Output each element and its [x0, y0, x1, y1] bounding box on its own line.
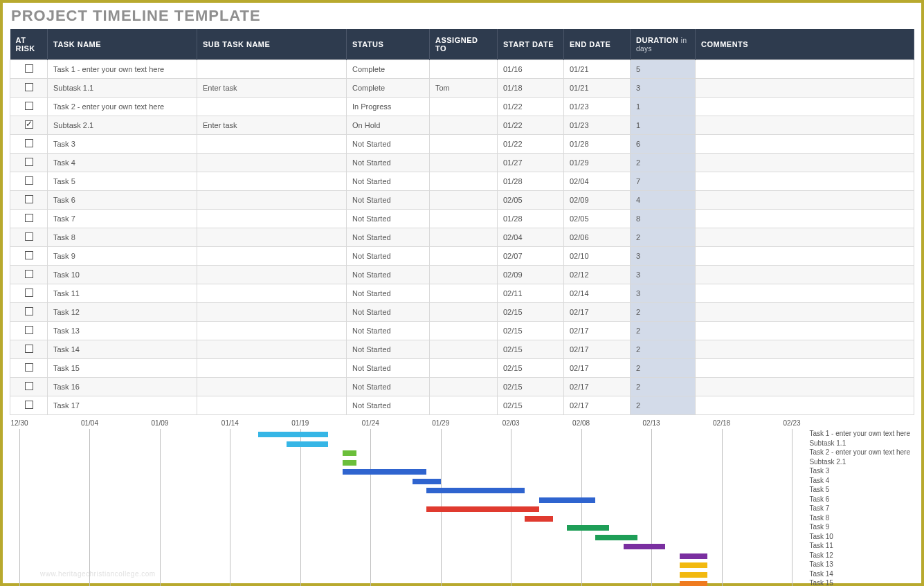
comments-cell[interactable]: [696, 135, 914, 154]
comments-cell[interactable]: [696, 210, 914, 228]
assigned-cell[interactable]: [430, 396, 498, 415]
subtask-cell[interactable]: [197, 135, 347, 154]
start-cell[interactable]: 02/07: [498, 247, 564, 266]
status-cell[interactable]: Not Started: [347, 378, 430, 396]
assigned-cell[interactable]: [430, 210, 498, 228]
risk-checkbox[interactable]: [25, 64, 33, 73]
assigned-cell[interactable]: [430, 116, 498, 135]
end-cell[interactable]: 01/28: [564, 135, 631, 154]
start-cell[interactable]: 02/09: [498, 266, 564, 284]
task-name-cell[interactable]: Task 7: [48, 210, 197, 228]
subtask-cell[interactable]: [197, 396, 347, 415]
risk-checkbox[interactable]: [25, 270, 33, 278]
status-cell[interactable]: In Progress: [347, 98, 430, 116]
subtask-cell[interactable]: [197, 340, 347, 359]
status-cell[interactable]: Not Started: [347, 322, 430, 340]
status-cell[interactable]: Not Started: [347, 191, 430, 210]
subtask-cell[interactable]: [197, 266, 347, 284]
risk-checkbox[interactable]: [25, 326, 33, 334]
status-cell[interactable]: Not Started: [347, 396, 430, 415]
comments-cell[interactable]: [696, 396, 914, 415]
comments-cell[interactable]: [696, 303, 914, 322]
subtask-cell[interactable]: [197, 210, 347, 228]
assigned-cell[interactable]: [430, 378, 498, 396]
task-name-cell[interactable]: Task 3: [48, 135, 197, 154]
comments-cell[interactable]: [696, 247, 914, 266]
start-cell[interactable]: 01/28: [498, 172, 564, 191]
comments-cell[interactable]: [696, 266, 914, 284]
risk-checkbox[interactable]: [25, 102, 33, 110]
end-cell[interactable]: 02/05: [564, 210, 631, 228]
subtask-cell[interactable]: Enter task: [197, 116, 347, 135]
subtask-cell[interactable]: [197, 378, 347, 396]
end-cell[interactable]: 02/17: [564, 303, 631, 322]
risk-checkbox[interactable]: [25, 120, 33, 129]
task-name-cell[interactable]: Task 16: [48, 378, 197, 396]
subtask-cell[interactable]: [197, 322, 347, 340]
subtask-cell[interactable]: [197, 98, 347, 116]
status-cell[interactable]: Not Started: [347, 228, 430, 247]
task-name-cell[interactable]: Task 14: [48, 340, 197, 359]
assigned-cell[interactable]: [430, 154, 498, 172]
end-cell[interactable]: 02/04: [564, 172, 631, 191]
risk-checkbox[interactable]: [25, 382, 33, 390]
risk-checkbox[interactable]: [25, 158, 33, 166]
comments-cell[interactable]: [696, 79, 914, 98]
assigned-cell[interactable]: [430, 98, 498, 116]
start-cell[interactable]: 01/28: [498, 210, 564, 228]
assigned-cell[interactable]: [430, 60, 498, 79]
status-cell[interactable]: Not Started: [347, 154, 430, 172]
status-cell[interactable]: Not Started: [347, 303, 430, 322]
end-cell[interactable]: 02/06: [564, 228, 631, 247]
start-cell[interactable]: 02/04: [498, 228, 564, 247]
risk-checkbox[interactable]: [25, 345, 33, 353]
risk-checkbox[interactable]: [25, 195, 33, 203]
subtask-cell[interactable]: Enter task: [197, 79, 347, 98]
comments-cell[interactable]: [696, 378, 914, 396]
comments-cell[interactable]: [696, 340, 914, 359]
status-cell[interactable]: Not Started: [347, 284, 430, 303]
end-cell[interactable]: 01/21: [564, 60, 631, 79]
risk-checkbox[interactable]: [25, 176, 33, 185]
start-cell[interactable]: 02/15: [498, 359, 564, 378]
assigned-cell[interactable]: Tom: [430, 79, 498, 98]
task-name-cell[interactable]: Task 2 - enter your own text here: [48, 98, 197, 116]
end-cell[interactable]: 02/14: [564, 284, 631, 303]
status-cell[interactable]: Complete: [347, 79, 430, 98]
risk-checkbox[interactable]: [25, 83, 33, 91]
assigned-cell[interactable]: [430, 172, 498, 191]
task-name-cell[interactable]: Task 8: [48, 228, 197, 247]
task-name-cell[interactable]: Subtask 1.1: [48, 79, 197, 98]
start-cell[interactable]: 02/15: [498, 340, 564, 359]
assigned-cell[interactable]: [430, 303, 498, 322]
start-cell[interactable]: 02/15: [498, 303, 564, 322]
comments-cell[interactable]: [696, 172, 914, 191]
end-cell[interactable]: 02/10: [564, 247, 631, 266]
status-cell[interactable]: Not Started: [347, 266, 430, 284]
task-name-cell[interactable]: Task 13: [48, 322, 197, 340]
status-cell[interactable]: Not Started: [347, 359, 430, 378]
subtask-cell[interactable]: [197, 154, 347, 172]
assigned-cell[interactable]: [430, 284, 498, 303]
comments-cell[interactable]: [696, 191, 914, 210]
start-cell[interactable]: 02/15: [498, 322, 564, 340]
risk-checkbox[interactable]: [25, 289, 33, 297]
task-name-cell[interactable]: Task 10: [48, 266, 197, 284]
start-cell[interactable]: 01/22: [498, 116, 564, 135]
assigned-cell[interactable]: [430, 247, 498, 266]
end-cell[interactable]: 01/23: [564, 98, 631, 116]
end-cell[interactable]: 02/09: [564, 191, 631, 210]
risk-checkbox[interactable]: [25, 363, 33, 372]
end-cell[interactable]: 02/17: [564, 340, 631, 359]
start-cell[interactable]: 01/16: [498, 60, 564, 79]
subtask-cell[interactable]: [197, 303, 347, 322]
risk-checkbox[interactable]: [25, 232, 33, 241]
start-cell[interactable]: 01/18: [498, 79, 564, 98]
risk-checkbox[interactable]: [25, 251, 33, 259]
comments-cell[interactable]: [696, 359, 914, 378]
end-cell[interactable]: 02/12: [564, 266, 631, 284]
assigned-cell[interactable]: [430, 340, 498, 359]
task-name-cell[interactable]: Subtask 2.1: [48, 116, 197, 135]
start-cell[interactable]: 02/15: [498, 396, 564, 415]
status-cell[interactable]: Not Started: [347, 340, 430, 359]
